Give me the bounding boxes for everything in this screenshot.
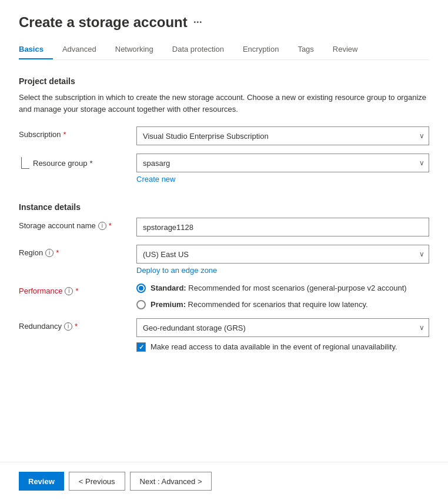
region-info-icon[interactable]: i xyxy=(45,249,54,257)
resource-group-indent: Resource group * xyxy=(19,154,136,169)
page-wrapper: Create a storage account ··· Basics Adva… xyxy=(0,0,448,500)
resource-group-required: * xyxy=(90,159,93,168)
performance-standard-radio-inner xyxy=(139,286,143,291)
performance-required: * xyxy=(75,286,78,295)
read-access-checkmark: ✓ xyxy=(139,344,144,351)
redundancy-info-icon[interactable]: i xyxy=(64,322,72,331)
tab-advanced[interactable]: Advanced xyxy=(53,40,106,59)
project-details-section: Project details Select the subscription … xyxy=(19,76,429,184)
review-button[interactable]: Review xyxy=(19,472,64,491)
performance-standard-option[interactable]: Standard: Recommended for most scenarios… xyxy=(136,283,429,294)
tab-basics[interactable]: Basics xyxy=(19,40,53,59)
read-access-checkbox[interactable]: ✓ xyxy=(136,342,146,352)
redundancy-required: * xyxy=(75,322,78,331)
performance-radio-group: Standard: Recommended for most scenarios… xyxy=(136,283,429,310)
project-details-title: Project details xyxy=(19,76,429,86)
performance-standard-radio[interactable] xyxy=(136,284,146,293)
tab-data-protection[interactable]: Data protection xyxy=(163,40,233,59)
resource-group-select-wrapper: spasarg ∨ xyxy=(136,154,429,172)
storage-account-name-label: Storage account name i * xyxy=(19,218,136,230)
storage-name-info-icon[interactable]: i xyxy=(98,222,106,230)
page-title: Create a storage account xyxy=(19,14,188,31)
resource-group-label: Resource group * xyxy=(33,159,93,168)
performance-standard-label: Standard: Recommended for most scenarios… xyxy=(151,283,407,294)
subscription-control: Visual Studio Enterprise Subscription ∨ xyxy=(136,126,429,145)
read-access-row: ✓ Make read access to data available in … xyxy=(136,342,429,352)
performance-label: Performance i * xyxy=(19,283,136,295)
next-button[interactable]: Next : Advanced > xyxy=(130,472,212,491)
main-content: Create a storage account ··· Basics Adva… xyxy=(0,0,448,462)
redundancy-control: Geo-redundant storage (GRS) Locally-redu… xyxy=(136,318,429,352)
region-select[interactable]: (US) East US xyxy=(136,245,429,264)
footer: Review < Previous Next : Advanced > xyxy=(0,462,448,500)
previous-button[interactable]: < Previous xyxy=(69,472,125,491)
read-access-label: Make read access to data available in th… xyxy=(151,342,397,352)
instance-details-title: Instance details xyxy=(19,202,429,212)
deploy-edge-link[interactable]: Deploy to an edge zone xyxy=(136,266,217,275)
performance-premium-option[interactable]: Premium: Recommended for scenarios that … xyxy=(136,299,429,310)
region-required: * xyxy=(56,248,59,257)
region-row: Region i * (US) East US ∨ Deploy to an e… xyxy=(19,245,429,275)
tab-tags[interactable]: Tags xyxy=(288,40,323,59)
storage-name-required: * xyxy=(109,221,112,230)
create-new-link[interactable]: Create new xyxy=(136,175,175,184)
performance-info-icon[interactable]: i xyxy=(65,287,73,295)
tab-review[interactable]: Review xyxy=(323,40,367,59)
subscription-label: Subscription * xyxy=(19,126,136,139)
performance-premium-label: Premium: Recommended for scenarios that … xyxy=(151,299,368,310)
region-control: (US) East US ∨ Deploy to an edge zone xyxy=(136,245,429,275)
subscription-row: Subscription * Visual Studio Enterprise … xyxy=(19,126,429,145)
redundancy-select[interactable]: Geo-redundant storage (GRS) Locally-redu… xyxy=(136,318,429,337)
redundancy-select-wrapper: Geo-redundant storage (GRS) Locally-redu… xyxy=(136,318,429,337)
instance-details-section: Instance details Storage account name i … xyxy=(19,202,429,353)
redundancy-row: Redundancy i * Geo-redundant storage (GR… xyxy=(19,318,429,352)
region-select-wrapper: (US) East US ∨ xyxy=(136,245,429,264)
subscription-required: * xyxy=(63,130,66,139)
resource-group-select[interactable]: spasarg xyxy=(136,154,429,172)
storage-account-name-control xyxy=(136,218,429,236)
indent-line xyxy=(21,157,29,169)
page-title-row: Create a storage account ··· xyxy=(19,14,429,31)
project-details-desc: Select the subscription in which to crea… xyxy=(19,92,429,115)
tab-networking[interactable]: Networking xyxy=(106,40,163,59)
subscription-select[interactable]: Visual Studio Enterprise Subscription xyxy=(136,126,429,145)
resource-group-row: Resource group * spasarg ∨ Create new xyxy=(19,154,429,184)
resource-group-control: spasarg ∨ Create new xyxy=(136,154,429,184)
storage-account-name-input[interactable] xyxy=(136,218,429,236)
performance-row: Performance i * Standard: Recommended fo… xyxy=(19,283,429,310)
performance-premium-radio[interactable] xyxy=(136,300,146,309)
performance-control: Standard: Recommended for most scenarios… xyxy=(136,283,429,310)
storage-account-name-row: Storage account name i * xyxy=(19,218,429,236)
tab-bar: Basics Advanced Networking Data protecti… xyxy=(19,40,429,60)
redundancy-label: Redundancy i * xyxy=(19,318,136,331)
region-label: Region i * xyxy=(19,245,136,257)
subscription-select-wrapper: Visual Studio Enterprise Subscription ∨ xyxy=(136,126,429,145)
page-title-menu[interactable]: ··· xyxy=(193,16,202,29)
tab-encryption[interactable]: Encryption xyxy=(233,40,288,59)
